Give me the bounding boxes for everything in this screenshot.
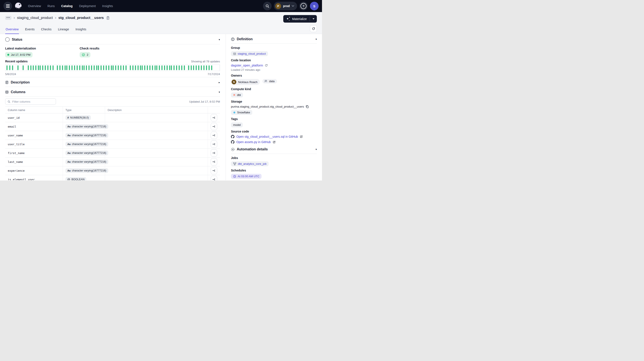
- column-lineage-button[interactable]: [211, 176, 217, 180]
- breadcrumb-asset[interactable]: stg_cloud_product__users: [58, 16, 104, 20]
- column-type-badge: Aacharacter varying(16777216): [66, 133, 108, 138]
- update-tick: [171, 65, 172, 70]
- external-link-icon: [273, 141, 276, 143]
- expand-caret-icon[interactable]: ▸: [219, 81, 220, 84]
- update-tick: [204, 65, 204, 70]
- update-tick: [162, 65, 162, 70]
- column-description: [105, 122, 208, 131]
- update-tick: [201, 65, 202, 70]
- column-lineage-button[interactable]: [211, 123, 217, 130]
- update-tick: [112, 65, 114, 70]
- update-tick: [50, 65, 51, 70]
- tag-badge[interactable]: model: [231, 122, 243, 127]
- breadcrumb-ellipsis-button[interactable]: •••: [5, 16, 12, 20]
- column-type-badge: BOOLEAN: [66, 177, 86, 180]
- update-tick: [9, 65, 10, 70]
- update-tick: [33, 65, 34, 70]
- nav-item-catalog[interactable]: Catalog: [61, 4, 72, 8]
- column-lineage-button[interactable]: [211, 149, 217, 157]
- recent-updates-timeline[interactable]: [5, 64, 220, 71]
- column-lineage-button[interactable]: [211, 167, 217, 174]
- code-location-link[interactable]: dagster_open_platform: [231, 64, 263, 67]
- update-tick: [64, 65, 66, 70]
- materialize-dropdown-button[interactable]: [310, 15, 317, 22]
- collapse-caret-icon[interactable]: ▾: [316, 38, 317, 41]
- nav-item-runs[interactable]: Runs: [47, 4, 55, 8]
- update-tick: [211, 65, 212, 70]
- storage-platform-badge[interactable]: ❅ Snowflake: [231, 110, 252, 115]
- column-type-badge: Aacharacter varying(16777216): [66, 142, 108, 146]
- refresh-button[interactable]: [310, 25, 317, 32]
- user-avatar[interactable]: S: [310, 2, 318, 10]
- column-header-type: Type: [63, 107, 105, 113]
- collapse-caret-icon[interactable]: ▾: [219, 91, 220, 94]
- owner-team-badge[interactable]: data: [262, 79, 277, 83]
- help-icon[interactable]: ?: [299, 2, 308, 10]
- column-lineage-button[interactable]: [211, 114, 217, 121]
- collapse-caret-icon[interactable]: ▾: [219, 38, 220, 41]
- description-section-header[interactable]: Description ▸: [5, 77, 220, 87]
- update-tick: [126, 65, 126, 70]
- columns-updated-timestamp: Updated Jul 17, 8:02 PM: [189, 100, 220, 103]
- materialize-button[interactable]: ✦✦✦ Materialize: [283, 15, 310, 22]
- table-row: user_id#NUMBER(38,0): [5, 113, 220, 122]
- update-tick: [22, 65, 24, 70]
- owner-user-badge[interactable]: N Nicklaus Roach: [231, 79, 260, 85]
- automation-section-header[interactable]: Automation details ▾: [231, 146, 317, 154]
- compute-kind-badge[interactable]: ✕ dbt: [231, 92, 243, 97]
- recent-updates-label: Recent updates: [5, 60, 28, 63]
- page-header: ••• › staging_cloud_product › stg_cloud_…: [0, 12, 322, 34]
- group-badge[interactable]: staging_cloud_product: [231, 51, 268, 56]
- column-description: [105, 140, 208, 148]
- filter-columns-input[interactable]: [5, 98, 56, 105]
- search-icon[interactable]: [263, 2, 272, 10]
- tab-events[interactable]: Events: [24, 25, 35, 34]
- tab-lineage[interactable]: Lineage: [58, 25, 70, 34]
- status-section-header[interactable]: Status ▾: [5, 34, 220, 44]
- schedule-badge[interactable]: At 03:00 AM UTC: [231, 174, 262, 179]
- check-results-badge[interactable]: 2: [80, 52, 90, 57]
- update-tick: [166, 65, 168, 70]
- update-tick: [45, 65, 46, 70]
- tab-overview[interactable]: Overview: [5, 25, 19, 34]
- deployment-switcher[interactable]: P prod: [274, 2, 297, 10]
- column-description: [105, 157, 208, 166]
- latest-materialization-badge[interactable]: Jul 17, 8:02 PM: [5, 52, 32, 57]
- lineage-icon: [212, 134, 216, 137]
- copy-storage-path-icon[interactable]: [306, 105, 309, 108]
- lineage-icon: [212, 116, 216, 119]
- update-tick: [193, 65, 194, 70]
- team-icon: [264, 80, 267, 83]
- source-code-link[interactable]: Open stg_cloud_product__users.sql in Git…: [236, 135, 298, 138]
- column-name: last_name: [5, 157, 63, 166]
- column-name: email: [5, 122, 63, 131]
- snowflake-icon: ❅: [233, 111, 236, 114]
- source-code-link[interactable]: Open assets.py in GitHub: [236, 140, 271, 144]
- tab-checks[interactable]: Checks: [41, 25, 52, 34]
- tab-insights[interactable]: Insights: [75, 25, 87, 34]
- collapse-caret-icon[interactable]: ▾: [316, 148, 317, 151]
- hamburger-menu-icon[interactable]: [4, 2, 12, 10]
- update-tick: [62, 65, 63, 70]
- reload-code-location-icon[interactable]: [265, 64, 268, 67]
- job-icon: [233, 162, 236, 165]
- job-badge[interactable]: dbt_analytics_core_job: [231, 161, 268, 166]
- column-lineage-button[interactable]: [211, 140, 217, 148]
- source-code-link-row: Open stg_cloud_product__users.sql in Git…: [231, 135, 317, 138]
- column-lineage-button[interactable]: [211, 132, 217, 139]
- update-tick: [123, 65, 124, 70]
- column-description: [105, 113, 208, 122]
- automation-icon: [231, 148, 234, 151]
- breadcrumb-group[interactable]: staging_cloud_product: [17, 16, 53, 20]
- column-lineage-button[interactable]: [211, 158, 217, 165]
- success-dot-icon: [7, 54, 9, 56]
- nav-item-insights[interactable]: Insights: [102, 4, 113, 8]
- update-tick: [120, 65, 122, 70]
- nav-item-deployment[interactable]: Deployment: [79, 4, 96, 8]
- copy-asset-name-icon[interactable]: [106, 16, 110, 20]
- nav-item-overview[interactable]: Overview: [28, 4, 41, 8]
- dagster-logo-icon[interactable]: [14, 2, 22, 10]
- columns-section-header[interactable]: Columns ▾: [5, 87, 220, 96]
- update-tick: [196, 65, 197, 70]
- definition-section-header[interactable]: Definition ▾: [231, 34, 317, 43]
